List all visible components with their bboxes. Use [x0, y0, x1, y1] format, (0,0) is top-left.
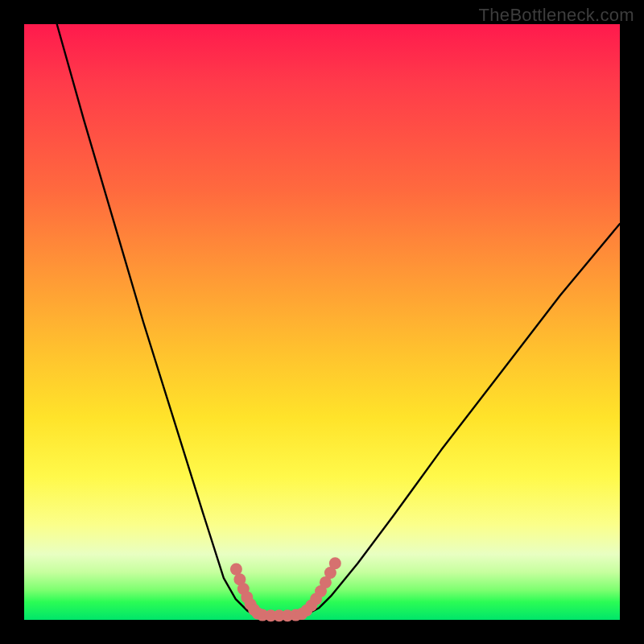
- plot-area: [24, 24, 620, 620]
- bottleneck-curve: [57, 24, 620, 616]
- chart-frame: TheBottleneck.com: [0, 0, 644, 644]
- watermark-text: TheBottleneck.com: [479, 5, 634, 26]
- valley-marker: [329, 557, 341, 569]
- curve-layer: [24, 24, 620, 620]
- valley-marker-group: [230, 557, 341, 621]
